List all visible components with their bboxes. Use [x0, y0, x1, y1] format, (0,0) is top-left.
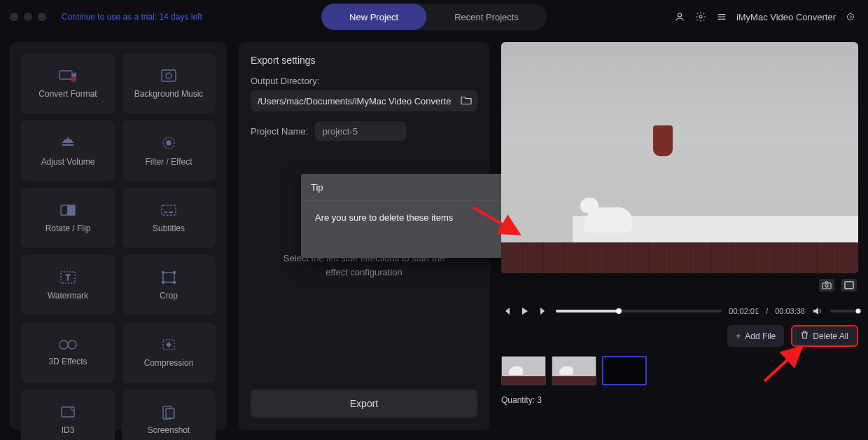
tool-filter-effect[interactable]: Filter / Effect [122, 121, 216, 181]
svg-point-4 [71, 76, 76, 82]
svg-rect-23 [62, 407, 74, 417]
app-name: iMyMac Video Converter [736, 12, 836, 22]
svg-rect-12 [162, 205, 176, 215]
add-file-label: Add File [745, 331, 776, 341]
settings-icon[interactable] [694, 11, 707, 23]
tool-grid: Convert Format Background Music Adjust V… [10, 42, 227, 430]
svg-point-16 [162, 272, 164, 274]
tool-label: ID3 [62, 425, 75, 435]
svg-rect-10 [61, 205, 68, 215]
svg-rect-5 [162, 70, 176, 81]
tool-subtitles[interactable]: Subtitles [122, 188, 216, 248]
svg-point-1 [699, 15, 702, 18]
clip-thumbnails [501, 356, 647, 385]
topbar-right: iMyMac Video Converter [673, 0, 857, 34]
project-name-row: Project Name: [251, 121, 477, 141]
account-icon[interactable] [673, 11, 686, 23]
preview-area: 00:02:01 / 00:03:38 + Add File Delete Al… [501, 42, 858, 430]
svg-point-0 [678, 13, 681, 17]
play-button[interactable] [519, 305, 531, 317]
player-bar: 00:02:01 / 00:03:38 [501, 303, 858, 319]
svg-point-19 [174, 282, 176, 284]
maximize-dot[interactable] [38, 13, 46, 21]
svg-rect-15 [163, 273, 174, 282]
tool-rotate-flip[interactable]: Rotate / Flip [21, 188, 115, 248]
plus-icon: + [736, 331, 741, 341]
svg-rect-7 [62, 144, 74, 146]
svg-point-17 [174, 272, 176, 274]
project-name-label: Project Name: [251, 126, 308, 137]
tool-3d-effects[interactable]: 3D Effects [21, 322, 115, 383]
delete-all-label: Delete All [813, 331, 848, 341]
svg-point-6 [166, 73, 172, 78]
time-total: 00:03:38 [775, 307, 805, 315]
progress-bar[interactable] [556, 310, 722, 312]
svg-point-27 [825, 284, 828, 287]
tool-label: Compression [144, 358, 194, 368]
export-button[interactable]: Export [251, 390, 477, 418]
tool-label: Subtitles [153, 224, 185, 233]
trash-icon [801, 331, 808, 341]
svg-rect-3 [59, 71, 72, 79]
clip-thumb-selected[interactable] [602, 356, 647, 385]
tool-convert-format[interactable]: Convert Format [21, 53, 115, 114]
tool-watermark[interactable]: T Watermark [21, 255, 115, 315]
svg-rect-28 [845, 282, 853, 289]
svg-rect-25 [166, 408, 174, 418]
snapshot-icon[interactable] [819, 279, 834, 291]
svg-rect-11 [68, 205, 75, 215]
output-directory-value: /Users/mac/Documents/iMyMac Video Conver… [258, 96, 451, 106]
svg-rect-26 [822, 283, 831, 289]
tool-label: Crop [160, 291, 178, 301]
file-actions: + Add File Delete All [727, 325, 858, 347]
tool-label: Watermark [48, 291, 88, 301]
trial-status[interactable]: Continue to use as a trial: 14 days left [62, 12, 202, 22]
volume-icon[interactable] [812, 305, 823, 317]
clip-thumb[interactable] [501, 356, 546, 385]
time-separator: / [766, 307, 768, 315]
clip-thumb[interactable] [552, 356, 596, 385]
modal-title: Tip [311, 182, 323, 193]
export-settings-title: Export settings [251, 55, 477, 66]
minimize-dot[interactable] [24, 13, 32, 21]
svg-point-9 [167, 141, 171, 145]
close-dot[interactable] [10, 13, 18, 21]
tool-label: Adjust Volume [41, 157, 95, 167]
svg-point-20 [59, 341, 68, 349]
menu-icon[interactable] [715, 11, 728, 23]
prev-button[interactable] [501, 305, 512, 317]
output-directory-label: Output Directory: [251, 76, 477, 86]
svg-point-18 [162, 282, 164, 284]
delete-all-button[interactable]: Delete All [791, 325, 858, 347]
quantity-label: Quantity: 3 [501, 395, 542, 405]
tool-id3[interactable]: ID3 [21, 390, 115, 440]
tool-label: 3D Effects [48, 357, 87, 366]
tab-recent-projects[interactable]: Recent Projects [426, 4, 547, 30]
tool-label: Filter / Effect [145, 157, 192, 167]
output-directory-row: Output Directory: /Users/mac/Documents/i… [251, 76, 477, 111]
volume-slider[interactable] [830, 310, 858, 312]
tool-crop[interactable]: Crop [122, 255, 216, 315]
tool-label: Convert Format [38, 89, 97, 99]
svg-text:T: T [66, 274, 70, 282]
tool-screenshot[interactable]: Screenshot [122, 390, 216, 440]
video-preview[interactable] [501, 42, 858, 273]
tool-label: Rotate / Flip [46, 224, 91, 233]
tool-adjust-volume[interactable]: Adjust Volume [21, 121, 115, 181]
time-current: 00:02:01 [729, 307, 759, 315]
svg-point-2 [848, 14, 854, 20]
browse-folder-icon[interactable] [461, 95, 472, 107]
tool-compression[interactable]: Compression [122, 322, 216, 383]
tab-new-project[interactable]: New Project [321, 4, 426, 30]
expand-icon[interactable] [844, 11, 857, 23]
fullscreen-icon[interactable] [841, 279, 857, 291]
add-file-button[interactable]: + Add File [727, 325, 784, 347]
tool-label: Screenshot [148, 425, 190, 435]
tool-label: Background Music [134, 89, 204, 99]
tool-background-music[interactable]: Background Music [122, 53, 216, 114]
svg-point-21 [68, 341, 76, 349]
output-directory-field[interactable]: /Users/mac/Documents/iMyMac Video Conver… [251, 90, 477, 111]
project-name-input[interactable] [315, 121, 406, 141]
next-button[interactable] [538, 305, 549, 317]
project-tabs: New Project Recent Projects [321, 4, 547, 30]
